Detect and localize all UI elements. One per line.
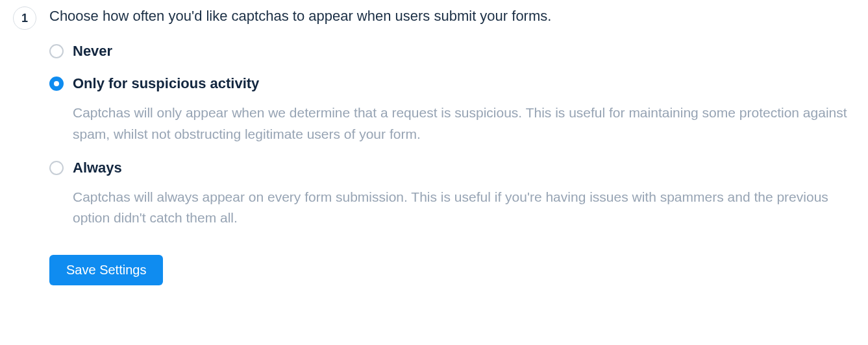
step-title: Choose how often you'd like captchas to … [49, 6, 849, 27]
option-never-main: Never [73, 42, 849, 61]
option-never-label: Never [73, 42, 849, 61]
radio-always[interactable] [49, 161, 64, 175]
option-suspicious[interactable]: Only for suspicious activity Captchas wi… [49, 75, 849, 145]
save-settings-button[interactable]: Save Settings [49, 255, 163, 285]
option-always-label: Always [73, 159, 849, 178]
captcha-frequency-step: 1 Choose how often you'd like captchas t… [13, 6, 855, 285]
option-suspicious-description: Captchas will only appear when we determ… [73, 102, 849, 145]
step-number-badge: 1 [13, 6, 36, 30]
option-always[interactable]: Always Captchas will always appear on ev… [49, 159, 849, 229]
option-never[interactable]: Never [49, 42, 849, 61]
option-suspicious-label: Only for suspicious activity [73, 75, 849, 93]
step-body: Choose how often you'd like captchas to … [49, 6, 855, 285]
radio-never[interactable] [49, 44, 64, 58]
option-suspicious-main: Only for suspicious activity Captchas wi… [73, 75, 849, 145]
option-always-main: Always Captchas will always appear on ev… [73, 159, 849, 229]
radio-suspicious[interactable] [49, 77, 64, 91]
option-always-description: Captchas will always appear on every for… [73, 187, 849, 229]
